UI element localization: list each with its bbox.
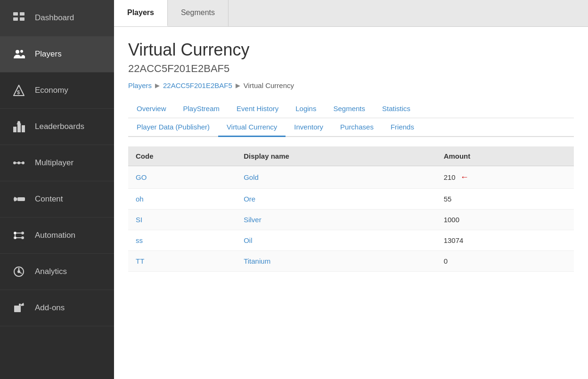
- table-row: GOGold210←: [128, 166, 574, 189]
- nav-tab-statistics[interactable]: Statistics: [374, 100, 419, 118]
- currency-code-cell[interactable]: SI: [128, 210, 236, 230]
- nav-tab2-inventory[interactable]: Inventory: [286, 118, 332, 137]
- player-id: 22ACC5F201E2BAF5: [128, 63, 574, 75]
- currency-amount-cell: 1000: [436, 210, 574, 230]
- nav-tab-event-history[interactable]: Event History: [228, 100, 287, 118]
- nav-tab-logins[interactable]: Logins: [287, 100, 325, 118]
- currency-name-cell[interactable]: Ore: [236, 189, 436, 210]
- svg-point-5: [20, 50, 23, 53]
- currency-name-cell[interactable]: Silver: [236, 210, 436, 230]
- addons-icon: [9, 298, 28, 317]
- svg-rect-17: [17, 197, 25, 201]
- automation-icon: ●: [9, 226, 28, 245]
- nav-tab-overview[interactable]: Overview: [128, 100, 175, 118]
- main-content: PlayersSegments Virtual Currency 22ACC5F…: [114, 0, 588, 379]
- table-row: ohOre55: [128, 189, 574, 210]
- nav-tab2-virtual-currency[interactable]: Virtual Currency: [218, 118, 286, 137]
- nav-tab2-purchases[interactable]: Purchases: [332, 118, 382, 137]
- currency-amount-cell: 55: [436, 189, 574, 210]
- svg-rect-2: [13, 17, 18, 21]
- economy-icon: $: [9, 81, 28, 100]
- breadcrumb-arrow-2: ▶: [236, 82, 240, 89]
- svg-rect-9: [17, 124, 21, 132]
- svg-point-12: [17, 161, 20, 164]
- currency-code-cell[interactable]: GO: [128, 166, 236, 189]
- nav-tabs-row1: OverviewPlayStreamEvent HistoryLoginsSeg…: [128, 100, 574, 118]
- table-row: ssOil13074: [128, 230, 574, 251]
- sidebar-label-analytics: Analytics: [35, 267, 67, 276]
- breadcrumb-current: Virtual Currency: [244, 81, 294, 89]
- svg-rect-0: [13, 12, 18, 16]
- col-header-name: Display name: [236, 146, 436, 166]
- sidebar-item-economy[interactable]: $Economy: [0, 73, 114, 109]
- nav-tab2-friends[interactable]: Friends: [382, 118, 423, 137]
- sidebar-label-automation: Automation: [35, 231, 75, 240]
- page-title: Virtual Currency: [128, 40, 574, 60]
- sidebar-label-players: Players: [35, 49, 62, 59]
- col-header-amount: Amount: [436, 146, 574, 166]
- top-tabs: PlayersSegments: [114, 0, 588, 27]
- currency-amount-cell: 210←: [436, 166, 574, 189]
- svg-point-20: [21, 232, 24, 234]
- sidebar-item-analytics[interactable]: Analytics: [0, 254, 114, 290]
- currency-name-cell[interactable]: Titanium: [236, 251, 436, 272]
- multiplayer-icon: [9, 153, 28, 172]
- content-area: Virtual Currency 22ACC5F201E2BAF5 Player…: [114, 27, 588, 379]
- svg-rect-1: [20, 12, 24, 16]
- red-arrow-icon: ←: [460, 172, 469, 182]
- content-icon: [9, 190, 28, 209]
- svg-rect-3: [20, 17, 24, 21]
- breadcrumb-playerid-link[interactable]: 22ACC5F201E2BAF5: [163, 81, 232, 89]
- svg-rect-8: [13, 127, 16, 132]
- sidebar-item-addons[interactable]: Add-ons: [0, 290, 114, 326]
- currency-amount-cell: 13074: [436, 230, 574, 251]
- sidebar-label-addons: Add-ons: [35, 303, 65, 313]
- sidebar-item-automation[interactable]: ●Automation: [0, 218, 114, 254]
- leaderboards-icon: [9, 117, 28, 136]
- sidebar-label-dashboard: Dashboard: [35, 13, 74, 23]
- sidebar-item-dashboard[interactable]: Dashboard: [0, 0, 114, 36]
- nav-tab2-player-data-publisher[interactable]: Player Data (Publisher): [128, 118, 218, 137]
- currency-name-cell[interactable]: Gold: [236, 166, 436, 189]
- svg-point-14: [22, 161, 24, 164]
- sidebar-label-economy: Economy: [35, 86, 68, 95]
- currency-code-cell[interactable]: TT: [128, 251, 236, 272]
- nav-tab-playstream[interactable]: PlayStream: [175, 100, 229, 118]
- breadcrumb-arrow-1: ▶: [155, 82, 160, 89]
- svg-rect-30: [19, 304, 21, 306]
- svg-point-28: [18, 271, 20, 273]
- sidebar-item-leaderboards[interactable]: Leaderboards: [0, 109, 114, 145]
- col-header-code: Code: [128, 146, 236, 166]
- analytics-icon: [9, 262, 28, 281]
- amount-value: 210: [444, 173, 456, 181]
- table-header: Code Display name Amount: [128, 146, 574, 166]
- svg-text:$: $: [17, 89, 20, 95]
- nav-tab-segments[interactable]: Segments: [325, 100, 374, 118]
- currency-code-cell[interactable]: oh: [128, 189, 236, 210]
- currency-name-cell[interactable]: Oil: [236, 230, 436, 251]
- svg-rect-22: [14, 232, 16, 234]
- svg-point-21: [21, 236, 24, 239]
- svg-point-13: [13, 161, 16, 164]
- sidebar-item-content[interactable]: Content: [0, 181, 114, 218]
- players-icon: [9, 45, 28, 64]
- sidebar-label-multiplayer: Multiplayer: [35, 158, 74, 168]
- dashboard-icon: [9, 8, 28, 27]
- nav-tabs-row2: Player Data (Publisher)Virtual CurrencyI…: [128, 118, 574, 137]
- table-row: SISilver1000: [128, 210, 574, 230]
- breadcrumb: Players ▶ 22ACC5F201E2BAF5 ▶ Virtual Cur…: [128, 81, 574, 89]
- sidebar: DashboardPlayers$EconomyLeaderboardsMult…: [0, 0, 114, 379]
- virtual-currency-table: Code Display name Amount GOGold210←ohOre…: [128, 146, 574, 272]
- currency-code-cell[interactable]: ss: [128, 230, 236, 251]
- svg-rect-29: [14, 306, 21, 312]
- top-tab-players[interactable]: Players: [114, 0, 168, 26]
- breadcrumb-players-link[interactable]: Players: [128, 81, 152, 89]
- sidebar-item-players[interactable]: Players: [0, 36, 114, 73]
- top-tab-segments[interactable]: Segments: [168, 0, 229, 26]
- table-body: GOGold210←ohOre55SISilver1000ssOil13074T…: [128, 166, 574, 272]
- sidebar-item-multiplayer[interactable]: Multiplayer: [0, 145, 114, 181]
- table-row: TTTitanium0: [128, 251, 574, 272]
- svg-rect-10: [22, 125, 25, 132]
- svg-point-4: [16, 50, 19, 54]
- sidebar-label-content: Content: [35, 194, 63, 204]
